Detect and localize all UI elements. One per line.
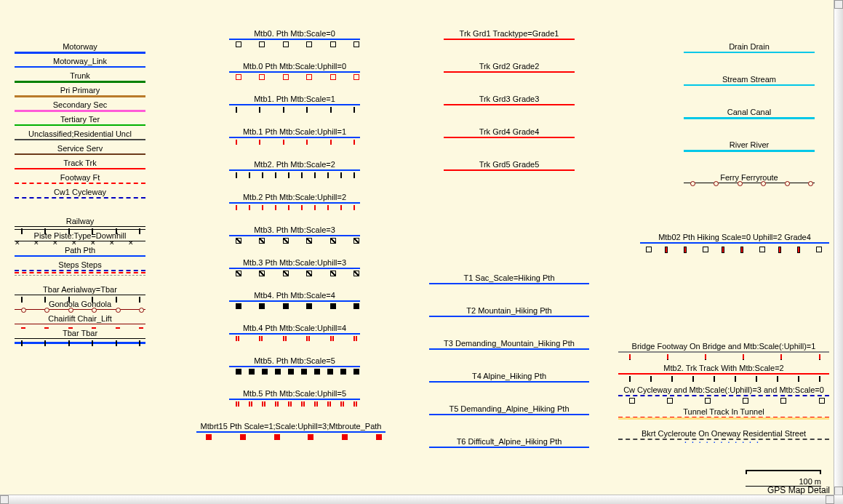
legend-label: T1 Sac_Scale=Hiking Pth [429,273,589,283]
legend-label: Secondary Sec [15,100,145,110]
legend-label: T4 Alpine_Hiking Pth [429,372,589,381]
legend-item: Footway Ft [15,173,145,184]
legend-item: Mtb.3 Pth Mtb:Scale:Uphill=3 [229,258,360,269]
legend-item: Canal Canal [684,108,815,119]
legend-item: Mtb0. Pth Mtb:Scale=0 [229,29,360,40]
legend-label: Steps Steps [15,260,145,270]
legend-label: Mtb.3 Pth Mtb:Scale:Uphill=3 [229,258,360,268]
legend-item: Motorway [15,42,145,54]
legend-item: Unclassified;Residential Uncl [15,129,145,140]
legend-label: Mtb02 Pth Hiking Scale=0 Uphill=2 Grade4 [640,233,829,242]
legend-item: Mtb5. Pth Mtb:Scale=5 [229,356,360,367]
legend-label: T2 Mountain_Hiking Pth [429,306,589,316]
legend-label: Track Trk [15,159,145,168]
legend-item: Trk Grd5 Grade5 [444,160,575,171]
legend-label: Canal Canal [684,108,815,117]
legend-label: Tbar Aerialway=Tbar [15,285,145,295]
legend-label: Motorway_Link [15,57,145,66]
legend-item: Bridge Footway On Bridge and Mtb:Scale(:… [618,342,829,353]
legend-item: Pri Primary [15,86,145,97]
legend-item: Piste Piste:Type=Downhill✕✕✕✕✕✕✕ [15,231,145,241]
legend-item: Path Pth [15,246,145,257]
legend-item: Tbar Aerialway=Tbar [15,285,145,295]
legend-item: Secondary Sec [15,100,145,112]
legend-item: Tertiary Ter [15,115,145,126]
legend-item: Drain Drain [684,42,815,53]
legend-label: River River [684,140,815,150]
legend-label: Mtb4. Pth Mtb:Scale=4 [229,291,360,300]
legend-label: Mtb.1 Pth Mtb:Scale:Uphill=1 [229,127,360,137]
legend-label: Mtb5. Pth Mtb:Scale=5 [229,356,360,366]
legend-item: T4 Alpine_Hiking Pth [429,372,589,383]
legend-label: Tertiary Ter [15,115,145,124]
legend-item: T2 Mountain_Hiking Pth [429,306,589,317]
legend-label: Drain Drain [684,42,815,52]
legend-label: Path Pth [15,246,145,255]
legend-item: Gondola Gondola [15,300,145,310]
legend-label: Railway [15,217,145,226]
legend-label: T3 Demanding_Mountain_Hiking Pth [429,339,589,348]
legend-item: Tunnel Track In Tunnel [618,407,829,418]
legend-item: Mtb2. Pth Mtb:Scale=2 [229,160,360,171]
scale-bar: 100 m [746,467,821,487]
legend-item: Railway [15,217,145,230]
legend-label: Chairlift Chair_Lift [15,314,145,324]
legend-label: Tbar Tbar [15,329,145,338]
legend-item: Trunk [15,71,145,83]
legend-item: Trk Grd2 Grade2 [444,62,575,73]
legend-label: Ferry Ferryroute [684,173,815,183]
legend-item: Ferry Ferryroute [684,173,815,183]
legend-label: Mtb3. Pth Mtb:Scale=3 [229,225,360,235]
legend-label: Gondola Gondola [15,300,145,309]
legend-label: Mtb.5 Pth Mtb:Scale:Uphill=5 [229,389,360,399]
legend-item: Mtb.2 Pth Mtb:Scale:Uphill=2 [229,193,360,204]
legend-item: Tbar Tbar [15,329,145,339]
legend-label: Cw1 Cycleway [15,188,145,197]
legend-label: Mtb.4 Pth Mtb:Scale:Uphill=4 [229,324,360,333]
legend-item: Service Serv [15,144,145,155]
legend-label: Unclassified;Residential Uncl [15,129,145,139]
legend-label: Mtbrt15 Pth Scale=1;Scale:Uphill=3;Mtbro… [196,422,385,431]
legend-label: Pri Primary [15,86,145,95]
legend-label: Mtb2. Trk Track With Mtb:Scale=2 [618,364,829,373]
scrollbar-vertical[interactable] [834,0,843,495]
legend-item: Mtb2. Trk Track With Mtb:Scale=2 [618,364,829,375]
legend-item: T3 Demanding_Mountain_Hiking Pth [429,339,589,350]
legend-label: Tunnel Track In Tunnel [618,407,829,417]
legend-item: Trk Grd4 Grade4 [444,127,575,138]
legend-item: Mtbrt15 Pth Scale=1;Scale:Uphill=3;Mtbro… [196,422,385,433]
legend-item: Trk Grd1 Tracktype=Grade1 [444,29,575,40]
legend-label: Trk Grd2 Grade2 [444,62,575,71]
legend-item: Mtb.4 Pth Mtb:Scale:Uphill=4 [229,324,360,335]
legend-label: Footway Ft [15,173,145,183]
legend-item: Cw1 Cycleway [15,188,145,199]
legend-label: Trk Grd4 Grade4 [444,127,575,137]
legend-item: Steps Steps [15,260,145,273]
legend-item: Track Trk [15,159,145,169]
legend-item [15,275,145,276]
legend-label: Mtb1. Pth Mtb:Scale=1 [229,95,360,104]
legend-item: Cw Cycleway and Mtb:Scale(:Uphill)=3 and… [618,385,829,396]
legend-item: Chairlift Chair_Lift [15,314,145,324]
legend-item: Mtb02 Pth Hiking Scale=0 Uphill=2 Grade4 [640,233,829,244]
legend-item: Mtb3. Pth Mtb:Scale=3 [229,225,360,236]
legend-label: Service Serv [15,144,145,153]
legend-label: Trk Grd1 Tracktype=Grade1 [444,29,575,39]
legend-item: Trk Grd3 Grade3 [444,95,575,105]
legend-label: Trk Grd3 Grade3 [444,95,575,104]
legend-item: Mtb.0 Pth Mtb:Scale:Uphill=0 [229,62,360,73]
legend-item: T1 Sac_Scale=Hiking Pth [429,273,589,284]
legend-item: Bkrt Cycleroute On Oneway Residential St… [618,429,829,440]
legend-item: River River [684,140,815,152]
legend-label: Stream Stream [684,75,815,84]
legend-item: T6 Difficult_Alpine_Hiking Pth [429,437,589,448]
legend-label: Bridge Footway On Bridge and Mtb:Scale(:… [618,342,829,351]
legend-label: T5 Demanding_Alpine_Hiking Pth [429,404,589,414]
legend-label: Motorway [15,42,145,52]
legend-item: Stream Stream [684,75,815,86]
legend-item: Mtb.1 Pth Mtb:Scale:Uphill=1 [229,127,360,138]
legend-label: Mtb.0 Pth Mtb:Scale:Uphill=0 [229,62,360,71]
scrollbar-horizontal[interactable] [0,495,843,504]
legend-label: Mtb.2 Pth Mtb:Scale:Uphill=2 [229,193,360,202]
legend-item: Mtb.5 Pth Mtb:Scale:Uphill=5 [229,389,360,400]
